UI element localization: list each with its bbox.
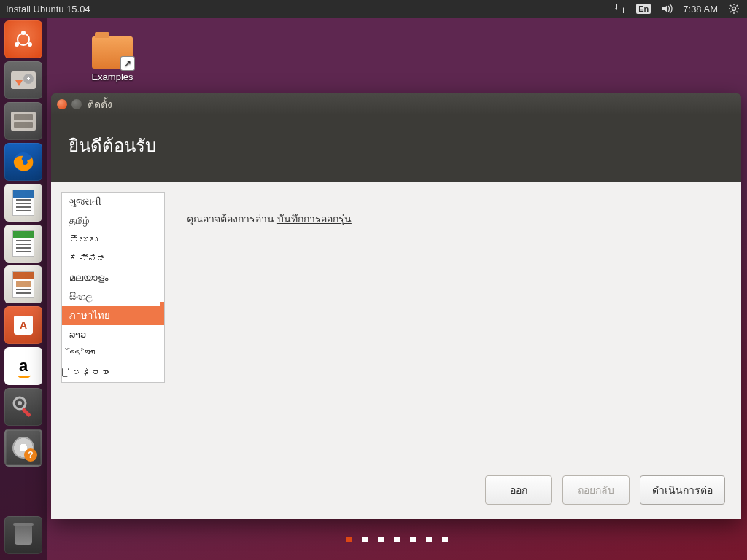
language-option[interactable]: ಕನ್ನಡ [62,249,164,268]
language-option[interactable]: မြန်မာစာ [62,363,164,382]
desktop-icon-examples[interactable]: Examples [83,36,142,82]
clock[interactable]: 7:38 AM [683,4,718,15]
pager-dot[interactable] [378,537,384,542]
top-menubar: Install Ubuntu 15.04 En 7:38 AM [0,0,747,18]
folder-icon [92,36,133,69]
launcher-software-center[interactable] [4,306,42,344]
quit-button[interactable]: ออก [485,475,552,505]
launcher-dash[interactable] [4,20,42,58]
window-minimize-button[interactable] [71,99,82,109]
installer-heading: ยินดีต้อนรับ [51,115,741,182]
launcher-amazon[interactable]: a [4,347,42,385]
launcher-install-drive[interactable] [4,61,42,99]
launcher-trash[interactable] [4,516,42,554]
window-title: ติดตั้ง [88,96,112,112]
language-option[interactable]: தமிழ் [62,211,164,230]
launcher-system-settings[interactable] [4,388,42,426]
pager-dot[interactable] [362,537,368,542]
language-option[interactable]: ગુજરાતી [62,192,164,211]
language-option[interactable]: ภาษาไทย [62,306,164,325]
svg-line-5 [730,5,732,7]
release-notes-prompt: คุณอาจต้องการอ่าน [187,213,277,225]
launcher-libreoffice-writer[interactable] [4,184,42,222]
menubar-indicators: En 7:38 AM [614,3,747,15]
language-option[interactable]: മലയാളം [62,268,164,287]
launcher-firefox[interactable] [4,143,42,181]
volume-icon[interactable] [661,3,673,15]
language-option[interactable]: བོད་ཡིག [62,344,164,363]
pager-dot[interactable] [410,537,416,542]
pager-dot[interactable] [346,537,352,542]
svg-point-0 [732,7,736,11]
window-close-button[interactable] [57,99,67,109]
launcher-ubiquity[interactable] [4,429,42,467]
desktop-icon-label: Examples [83,71,142,82]
svg-rect-12 [21,408,31,417]
launcher-libreoffice-calc[interactable] [4,225,42,262]
menubar-title: Install Ubuntu 15.04 [0,4,90,15]
language-option[interactable]: සිංහල [62,287,164,306]
session-gear-icon[interactable] [728,3,740,15]
installer-pager [47,537,747,542]
back-button: ถอยกลับ [562,475,630,505]
pager-dot[interactable] [442,537,448,542]
installer-body: ગુજરાતીதமிழ்తెలుగుಕನ್ನಡമലയാളംසිංහලภาษาไท… [51,182,741,519]
scrollbar-thumb[interactable] [160,302,164,324]
unity-launcher: a [0,18,47,560]
language-list[interactable]: ગુજરાતીதமிழ்తెలుగుಕನ್ನಡമലയാളംසිංහලภาษาไท… [61,192,165,383]
launcher-files[interactable] [4,102,42,140]
network-icon[interactable] [614,3,626,15]
keyboard-layout-indicator[interactable]: En [636,4,651,14]
launcher-libreoffice-impress[interactable] [4,265,42,303]
installer-window: ติดตั้ง ยินดีต้อนรับ ગુજરાતીதமிழ்తెలుగుಕ… [51,93,741,519]
release-notes-link[interactable]: บันทึกการออกรุ่น [277,213,352,225]
svg-line-6 [737,12,738,13]
continue-button[interactable]: ดำเนินการต่อ [640,475,725,505]
language-option[interactable]: తెలుగు [62,230,164,249]
window-titlebar[interactable]: ติดตั้ง [51,93,741,115]
language-option[interactable]: ລາວ [62,325,164,344]
pager-dot[interactable] [426,537,432,542]
svg-line-7 [730,12,732,13]
pager-dot[interactable] [394,537,400,542]
installer-button-row: ออก ถอยกลับ ดำเนินการต่อ [485,475,725,505]
installer-right-pane: คุณอาจต้องการอ่าน บันทึกการออกรุ่น [165,182,741,519]
svg-line-8 [737,5,738,7]
svg-point-11 [18,401,22,405]
